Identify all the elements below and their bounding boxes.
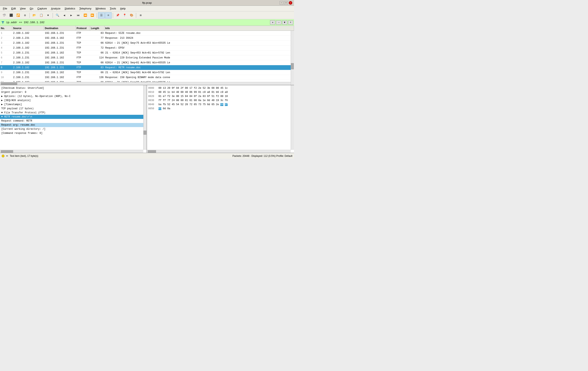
packet-hscroll-thumb[interactable] xyxy=(1,82,17,85)
toolbar-next-btn[interactable]: ▶ xyxy=(68,12,74,18)
hex-row: 0040ba fb 52 45 54 52 20 72 65 73 75 6d … xyxy=(148,102,293,107)
toolbar-save-btn[interactable]: 📋 xyxy=(38,12,44,18)
menu-bar: File Edit View Go Capture Analyze Statis… xyxy=(0,6,294,11)
packet-row[interactable]: 2 2.168.1.231 192.168.1.182 FTP 77 Respo… xyxy=(0,36,294,41)
col-header-source: Source xyxy=(12,26,44,31)
menu-capture[interactable]: Capture xyxy=(35,6,49,11)
toolbar: 🦈 ⬛ 🔁 ⚙ 📂 📋 ✖ 🔍 ◀ ▶ ⏮ ⏪ ⏩ ☰ ≡ 📌 📍 🎨 ⊞ xyxy=(0,11,294,19)
packet-details-content: [Checksum Status: Unverified] Urgent poi… xyxy=(0,85,147,136)
menu-telephony[interactable]: Telephony xyxy=(77,6,93,11)
hex-hscrollbar[interactable] xyxy=(147,150,291,153)
toolbar-prev-btn[interactable]: ◀ xyxy=(61,12,68,18)
filter-bar: ✕ → ▼ + xyxy=(0,19,294,26)
lower-panes: [Checksum Status: Unverified] Urgent poi… xyxy=(0,85,294,153)
toolbar-mark-btn[interactable]: 📌 xyxy=(114,12,121,18)
packet-list-rows: 1 2.168.1.182 192.168.1.231 FTP 83 Reque… xyxy=(0,31,294,85)
toolbar-first-btn[interactable]: ⏮ xyxy=(75,12,82,18)
hex-dump-content: 000000 13 20 9f 04 2f 00 17 f2 2e 52 3b … xyxy=(147,85,294,111)
hex-bytes: 63 0d 0a xyxy=(158,107,293,111)
menu-edit[interactable]: Edit xyxy=(9,6,18,11)
hex-offset: 0010 xyxy=(148,90,157,94)
hex-vscrollbar[interactable] xyxy=(291,85,294,150)
svg-rect-0 xyxy=(2,21,4,22)
hex-offset: 0030 xyxy=(148,98,157,102)
packet-list: No. Source Destination Protocol Length I… xyxy=(0,26,294,85)
hex-dump-pane: 000000 13 20 9f 04 2f 00 17 f2 2e 52 3b … xyxy=(147,85,294,153)
toolbar-sep-4 xyxy=(113,13,113,18)
packet-row[interactable]: 9 2.168.1.231 192.168.1.182 TCP 66 21 → … xyxy=(0,70,294,75)
close-button[interactable]: ✕ xyxy=(289,1,292,5)
toolbar-pkt-list-btn[interactable]: ☰ xyxy=(98,12,105,18)
detail-line: [Current working directory: /] xyxy=(0,127,147,131)
packet-row[interactable]: 10 2.168.1.231 192.168.1.182 FTP 136 Res… xyxy=(0,75,294,80)
svg-rect-3 xyxy=(3,23,3,24)
detail-line[interactable]: ▼ File Transfer Protocol (FTP) xyxy=(0,111,147,115)
detail-vscrollbar[interactable] xyxy=(143,85,147,150)
hex-bytes: 01 e7 f2 3e 00 15 04 84 6f 2a 83 6f 51 f… xyxy=(158,94,293,98)
status-text: Text item (text), 17 byte(s) xyxy=(10,154,38,157)
detail-line[interactable]: ▼ RETR resume.doc\r\n xyxy=(0,115,147,119)
filter-dropdown-btn[interactable]: ▼ xyxy=(282,21,287,25)
menu-file[interactable]: File xyxy=(1,6,9,11)
toolbar-close-btn[interactable]: ✖ xyxy=(45,12,51,18)
menu-view[interactable]: View xyxy=(18,6,28,11)
menu-analyze[interactable]: Analyze xyxy=(49,6,63,11)
col-header-len: Length xyxy=(90,26,105,31)
detail-hscroll-thumb[interactable] xyxy=(1,150,13,153)
toolbar-options-btn[interactable]: ⚙ xyxy=(22,12,28,18)
detail-hscrollbar[interactable] xyxy=(0,150,143,153)
menu-statistics[interactable]: Statistics xyxy=(63,6,77,11)
hex-hscroll-thumb[interactable] xyxy=(148,150,156,153)
toolbar-restart-btn[interactable]: 🔁 xyxy=(15,12,21,18)
detail-line[interactable]: ▶ [Timestamps] xyxy=(0,102,147,107)
status-indicator xyxy=(2,154,4,157)
detail-line[interactable]: ▶ [SEQ/ACK analysis] xyxy=(0,98,147,102)
toolbar-next2-btn[interactable]: ⏩ xyxy=(89,12,95,18)
toolbar-prev2-btn[interactable]: ⏪ xyxy=(82,12,88,18)
packet-row[interactable]: 3 2.168.1.182 192.168.1.231 TCP 66 62014… xyxy=(0,41,294,45)
packet-vscrollbar[interactable] xyxy=(291,31,294,85)
packet-hscrollbar[interactable] xyxy=(0,82,291,85)
toolbar-find-btn[interactable]: 🔍 xyxy=(54,12,61,18)
menu-go[interactable]: Go xyxy=(28,6,35,11)
detail-line: Request arg: resume.doc xyxy=(0,123,147,127)
packet-row[interactable]: 4 2.168.1.182 192.168.1.231 FTP 72 Reque… xyxy=(0,45,294,50)
packet-row[interactable]: 5 2.168.1.231 192.168.1.182 TCP 66 21 → … xyxy=(0,50,294,55)
col-header-no: No. xyxy=(0,26,12,31)
col-header-info: Info xyxy=(105,26,294,31)
menu-tools[interactable]: Tools xyxy=(108,6,118,11)
packet-row[interactable]: 7 2.168.1.182 192.168.1.231 TCP 66 62014… xyxy=(0,60,294,65)
filter-clear-btn[interactable]: ✕ xyxy=(270,20,275,25)
detail-vscroll-thumb[interactable] xyxy=(144,131,146,135)
detail-line[interactable]: ▶ Options: (12 bytes), No-Operation (NOP… xyxy=(0,94,147,98)
hex-bytes: ff ff 7f 24 00 00 01 01 08 0a 1e 8d 48 1… xyxy=(158,98,293,102)
menu-help[interactable]: Help xyxy=(118,6,128,11)
status-stats: Packets: 20448 · Displayed: 112 (0.5%) P… xyxy=(232,154,292,157)
packet-vscroll-thumb[interactable] xyxy=(291,63,294,69)
toolbar-color-btn[interactable]: 🎨 xyxy=(128,12,135,18)
packet-row[interactable]: 6 2.168.1.231 192.168.1.182 FTP 114 Resp… xyxy=(0,55,294,60)
svg-rect-2 xyxy=(2,22,3,23)
filter-apply-btn[interactable]: → xyxy=(276,21,281,25)
filter-add-btn[interactable]: + xyxy=(288,21,293,25)
toolbar-open-btn[interactable]: 📂 xyxy=(31,12,37,18)
detail-line: Request command: RETR xyxy=(0,119,147,123)
filter-icon xyxy=(1,21,5,25)
hex-row: 005063 0d 0a xyxy=(148,107,293,111)
minimize-button[interactable]: – xyxy=(280,1,283,5)
toolbar-stop-btn[interactable]: ⬛ xyxy=(8,12,14,18)
filter-input[interactable] xyxy=(6,21,269,24)
col-header-dest: Destination xyxy=(44,26,76,31)
toolbar-pkt-detail-btn[interactable]: ≡ xyxy=(105,12,112,18)
menu-wireless[interactable]: Wireless xyxy=(94,6,108,11)
toolbar-shark-btn[interactable]: 🦈 xyxy=(1,12,7,18)
hex-row: 0030ff ff 7f 24 00 00 01 01 08 0a 1e 8d … xyxy=(148,98,293,102)
toolbar-expand-btn[interactable]: ⊞ xyxy=(137,12,144,18)
title-bar: ftp.pcap – □ ✕ xyxy=(0,0,294,6)
packet-row[interactable]: 1 2.168.1.182 192.168.1.231 FTP 83 Reque… xyxy=(0,31,294,36)
restore-button[interactable]: □ xyxy=(284,1,288,5)
col-header-proto: Protocol xyxy=(76,26,90,31)
packet-row[interactable]: 8 2.168.1.182 192.168.1.231 FTP 83 Reque… xyxy=(0,65,294,70)
toolbar-sep-3 xyxy=(97,13,97,18)
toolbar-unmark-btn[interactable]: 📍 xyxy=(121,12,128,18)
